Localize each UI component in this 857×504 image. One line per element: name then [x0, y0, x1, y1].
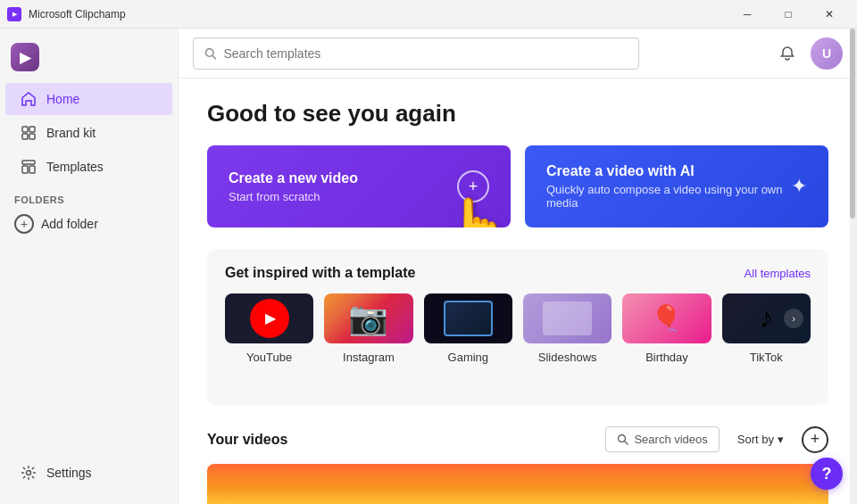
svg-point-7 [27, 471, 31, 475]
settings-button[interactable]: Settings [5, 457, 172, 489]
new-video-subtitle: Start from scratch [229, 190, 358, 203]
user-avatar[interactable]: U [811, 37, 843, 70]
videos-section-title: Your videos [207, 432, 605, 448]
template-gaming[interactable]: Gaming [424, 293, 512, 364]
settings-label: Settings [46, 466, 92, 480]
app-title: Microsoft Clipchamp [29, 8, 126, 21]
templates-section-title: Get inspired with a template [225, 265, 415, 281]
topbar-right: U [771, 37, 843, 70]
templates-icon [20, 158, 37, 176]
ai-video-title: Create a video with AI [546, 163, 791, 179]
search-videos-button[interactable]: Search videos [605, 426, 719, 452]
youtube-play-icon [250, 299, 289, 338]
template-birthday[interactable]: 🎈 Birthday [622, 293, 711, 364]
page-title: Good to see you again [207, 100, 828, 128]
slideshows-thumbnail-bg [523, 293, 612, 343]
new-video-title: Create a new video [229, 170, 358, 186]
page-content: Good to see you again Create a new video… [179, 78, 857, 504]
instagram-thumb: 📷 [324, 293, 412, 343]
sort-by-button[interactable]: Sort by ▾ [730, 427, 791, 451]
search-bar[interactable] [193, 37, 639, 70]
notifications-button[interactable] [771, 37, 803, 70]
templates-section: Get inspired with a template All templat… [207, 249, 828, 405]
titlebar: Microsoft Clipchamp ─ □ ✕ [0, 0, 857, 29]
maximize-button[interactable]: □ [768, 0, 809, 29]
ai-video-subtitle: Quickly auto compose a video using your … [546, 183, 791, 210]
scrollbar-thumb[interactable] [850, 29, 855, 219]
tiktok-thumb: ♪ › [722, 293, 811, 343]
gaming-thumb [424, 293, 512, 343]
svg-line-11 [625, 442, 628, 445]
template-instagram[interactable]: 📷 Instagram [324, 293, 412, 364]
video-thumbnail-preview[interactable] [207, 464, 828, 504]
svg-line-9 [212, 55, 215, 58]
folders-section-label: FOLDERS [0, 184, 178, 209]
main-layout: ▶ Home Brand kit [0, 29, 857, 504]
svg-rect-5 [22, 166, 28, 173]
svg-rect-4 [22, 161, 35, 164]
titlebar-left: Microsoft Clipchamp [7, 7, 126, 21]
template-tiktok[interactable]: ♪ › TikTok [722, 293, 811, 364]
gaming-label: Gaming [448, 351, 489, 364]
svg-rect-3 [29, 134, 35, 139]
action-cards: Create a new video Start from scratch + … [207, 145, 828, 227]
youtube-thumb [225, 293, 313, 343]
gaming-thumbnail-bg [424, 293, 512, 343]
bell-icon [779, 45, 795, 62]
content-area: U Good to see you again Create a new vid… [179, 29, 857, 504]
all-templates-link[interactable]: All templates [745, 267, 811, 280]
videos-controls: Search videos Sort by ▾ + [605, 426, 828, 453]
create-new-video-card[interactable]: Create a new video Start from scratch + … [207, 145, 511, 227]
home-icon [20, 90, 37, 108]
search-input[interactable] [223, 46, 628, 61]
svg-rect-2 [22, 134, 28, 139]
add-folder-button[interactable]: + Add folder [0, 209, 178, 239]
sidebar-item-templates[interactable]: Templates [5, 151, 172, 183]
hand-cursor-icon: 👆 [439, 199, 511, 227]
tiktok-logo-icon: ♪ [759, 302, 773, 335]
scrollbar-track[interactable] [850, 29, 857, 504]
add-video-button[interactable]: + [802, 426, 828, 453]
svg-rect-6 [29, 166, 35, 173]
settings-icon [20, 464, 37, 482]
videos-section-header: Your videos Search videos Sort by ▾ + [207, 426, 828, 453]
help-button[interactable]: ? [811, 458, 843, 490]
add-folder-plus-icon: + [14, 214, 34, 234]
new-video-plus-icon: + [457, 170, 489, 202]
youtube-label: YouTube [246, 351, 292, 364]
sidebar-item-brand-label: Brand kit [46, 126, 96, 140]
svg-rect-0 [22, 127, 28, 132]
cursor-overlay: 👆 [439, 199, 511, 227]
search-videos-label: Search videos [634, 433, 707, 446]
templates-grid: YouTube 📷 Instagram [225, 293, 811, 364]
tiktok-thumbnail-bg: ♪ › [722, 293, 811, 343]
ai-video-text: Create a video with AI Quickly auto comp… [546, 163, 791, 210]
youtube-thumbnail-bg [225, 293, 313, 343]
birthday-thumbnail-bg: 🎈 [622, 293, 711, 343]
sidebar-item-brand[interactable]: Brand kit [5, 117, 172, 149]
app-icon [7, 7, 21, 21]
birthday-label: Birthday [645, 351, 688, 364]
birthday-thumb: 🎈 [622, 293, 711, 343]
slideshows-thumb [523, 293, 612, 343]
new-video-text: Create a new video Start from scratch [229, 170, 358, 203]
titlebar-controls: ─ □ ✕ [727, 0, 850, 29]
balloons-icon: 🎈 [651, 303, 682, 333]
templates-section-header: Get inspired with a template All templat… [225, 265, 811, 281]
svg-rect-1 [29, 127, 35, 132]
add-folder-label: Add folder [41, 217, 98, 231]
close-button[interactable]: ✕ [809, 0, 850, 29]
search-icon [204, 47, 216, 60]
minimize-button[interactable]: ─ [727, 0, 768, 29]
slides-rect-icon [543, 302, 592, 335]
template-youtube[interactable]: YouTube [225, 293, 313, 364]
tiktok-nav-icon: › [784, 309, 803, 328]
sidebar: ▶ Home Brand kit [0, 29, 179, 504]
sidebar-bottom: Settings [0, 456, 178, 497]
sidebar-item-home[interactable]: Home [5, 83, 172, 115]
brand-icon [20, 124, 37, 142]
create-ai-video-card[interactable]: Create a video with AI Quickly auto comp… [525, 145, 828, 227]
slideshows-label: Slideshows [538, 351, 597, 364]
ai-sparkle-icon: ✦ [791, 175, 807, 198]
template-slideshows[interactable]: Slideshows [523, 293, 612, 364]
